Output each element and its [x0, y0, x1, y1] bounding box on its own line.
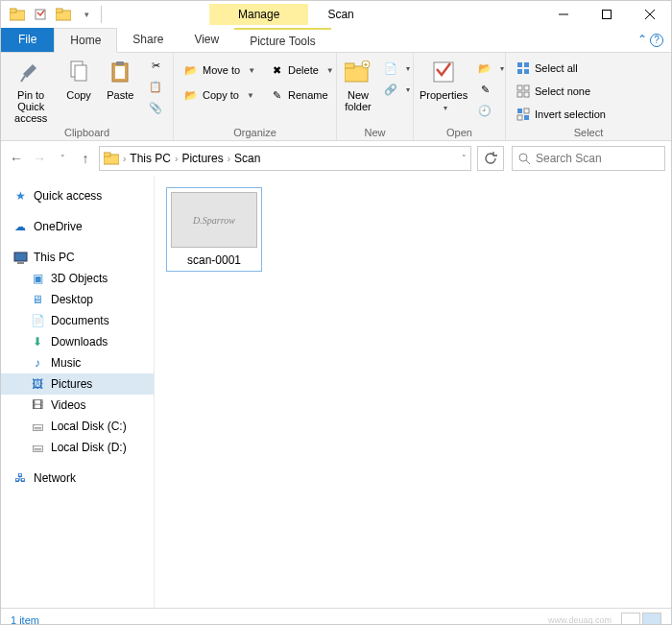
svg-rect-28 [517, 108, 522, 113]
sidebar-item-documents[interactable]: 📄Documents [1, 310, 154, 331]
tab-picture-tools[interactable]: Picture Tools [234, 28, 330, 52]
svg-rect-27 [524, 92, 529, 97]
maximize-button[interactable] [585, 1, 628, 28]
back-button[interactable]: ← [7, 151, 26, 166]
chevron-right-icon[interactable]: › [175, 154, 178, 164]
quick-access-toolbar: ▾ [1, 4, 104, 25]
sidebar-item-videos[interactable]: 🎞Videos [1, 395, 154, 416]
address-dropdown[interactable]: ˅ [462, 154, 467, 163]
open-icon: 📂 [477, 60, 492, 76]
svg-rect-22 [517, 69, 522, 74]
music-icon: ♪ [30, 355, 45, 371]
properties-icon [428, 57, 459, 87]
up-button[interactable]: ↑ [76, 151, 95, 166]
paste-shortcut-button[interactable]: 📎 [144, 98, 167, 117]
svg-rect-31 [524, 115, 529, 120]
content-pane[interactable]: D.Sparrow scan-0001 [155, 176, 671, 608]
select-all-button[interactable]: Select all [512, 59, 610, 78]
svg-line-9 [21, 76, 25, 82]
new-folder-button[interactable]: ✦ New folder [343, 57, 373, 112]
chevron-down-icon: ▾ [500, 64, 504, 73]
group-select: Select all Select none Invert selection … [506, 53, 671, 140]
sidebar-item-this-pc[interactable]: This PC [1, 247, 154, 268]
history-button[interactable]: 🕘 [473, 101, 508, 120]
folder-icon [104, 152, 119, 165]
sidebar-item-downloads[interactable]: ⬇Downloads [1, 331, 154, 352]
search-input[interactable]: Search Scan [512, 146, 665, 171]
svg-rect-16 [345, 63, 354, 68]
properties-button[interactable]: Properties▾ [420, 57, 468, 114]
forward-button[interactable]: → [30, 151, 49, 166]
rename-button[interactable]: ✎Rename [265, 85, 338, 105]
help-dropdown[interactable]: ⌃ ? [630, 28, 671, 52]
edit-button[interactable]: ✎ [473, 80, 508, 99]
open-button[interactable]: 📂▾ [473, 59, 508, 78]
sidebar-item-music[interactable]: ♪Music [1, 352, 154, 373]
nav-bar: ← → ˅ ↑ › This PC› Pictures› Scan ˅ Sear… [1, 141, 671, 176]
star-icon: ★ [12, 188, 28, 204]
copy-path-button[interactable]: 📋 [144, 77, 167, 96]
svg-rect-6 [602, 11, 611, 19]
copy-to-button[interactable]: 📂Copy to▼ [180, 85, 259, 105]
sidebar-item-desktop[interactable]: 🖥Desktop [1, 289, 154, 310]
sidebar-item-onedrive[interactable]: ☁OneDrive [1, 216, 154, 237]
group-label-new: New [343, 125, 407, 138]
tab-file[interactable]: File [1, 28, 54, 52]
address-bar[interactable]: › This PC› Pictures› Scan ˅ [99, 146, 471, 171]
copy-button[interactable]: Copy [60, 57, 96, 101]
refresh-button[interactable] [477, 146, 504, 171]
easy-access-button[interactable]: 🔗▾ [379, 80, 414, 99]
ribbon: Pin to Quick access Copy Paste ✂ 📋 📎 Cli… [1, 53, 671, 141]
paste-label: Paste [107, 89, 133, 101]
minimize-button[interactable] [541, 1, 585, 28]
cut-button[interactable]: ✂ [144, 56, 167, 75]
svg-rect-25 [524, 85, 529, 90]
pin-button[interactable]: Pin to Quick access [7, 57, 55, 124]
tab-home[interactable]: Home [54, 28, 117, 53]
copy-label: Copy [66, 89, 91, 101]
chevron-down-icon[interactable]: ▾ [76, 4, 97, 25]
properties-label: Properties [420, 89, 468, 101]
sidebar-item-local-disk-d[interactable]: 🖴Local Disk (D:) [1, 437, 154, 458]
path-icon: 📋 [148, 79, 163, 94]
sidebar-item-network[interactable]: 🖧Network [1, 468, 154, 489]
chevron-right-icon[interactable]: › [123, 154, 126, 164]
cube-icon: ▣ [30, 271, 45, 286]
invert-icon [516, 107, 531, 122]
move-icon: 📂 [183, 62, 199, 78]
invert-selection-button[interactable]: Invert selection [512, 105, 610, 124]
delete-button[interactable]: ✖Delete▼ [265, 60, 338, 80]
sidebar-item-quick-access[interactable]: ★Quick access [1, 185, 154, 206]
breadcrumb-item[interactable]: This PC› [130, 152, 178, 165]
select-none-icon [516, 84, 531, 99]
chevron-down-icon: ▼ [247, 91, 254, 100]
details-view-button[interactable] [621, 613, 640, 626]
chevron-right-icon[interactable]: › [228, 154, 230, 164]
pin-label: Pin to Quick access [7, 89, 55, 124]
breadcrumb-item[interactable]: Pictures› [181, 152, 230, 165]
chevron-down-icon: ▾ [406, 64, 410, 73]
folder-icon[interactable] [7, 4, 28, 25]
close-button[interactable] [628, 1, 671, 28]
easy-access-icon: 🔗 [383, 82, 398, 97]
sidebar-item-pictures[interactable]: 🖼Pictures [1, 373, 154, 395]
file-item[interactable]: D.Sparrow scan-0001 [166, 187, 262, 272]
ribbon-tabs: File Home Share View Picture Tools ⌃ ? [1, 28, 671, 53]
select-none-button[interactable]: Select none [512, 82, 610, 101]
tab-view[interactable]: View [179, 28, 234, 52]
sidebar-item-3d-objects[interactable]: ▣3D Objects [1, 268, 154, 289]
group-label-open: Open [420, 125, 499, 138]
properties-icon[interactable] [30, 4, 51, 25]
tab-share[interactable]: Share [117, 28, 179, 52]
move-to-button[interactable]: 📂Move to▼ [180, 60, 259, 80]
recent-dropdown[interactable]: ˅ [53, 154, 72, 163]
breadcrumb-item[interactable]: Scan [234, 152, 260, 165]
icons-view-button[interactable] [642, 613, 661, 626]
svg-rect-37 [17, 262, 24, 264]
sidebar-item-local-disk-c[interactable]: 🖴Local Disk (C:) [1, 416, 154, 437]
paste-button[interactable]: Paste [103, 57, 138, 101]
new-item-button[interactable]: 📄▾ [379, 59, 414, 78]
folder-icon-2[interactable] [53, 4, 74, 25]
network-icon: 🖧 [12, 470, 28, 486]
history-icon: 🕘 [477, 103, 492, 118]
